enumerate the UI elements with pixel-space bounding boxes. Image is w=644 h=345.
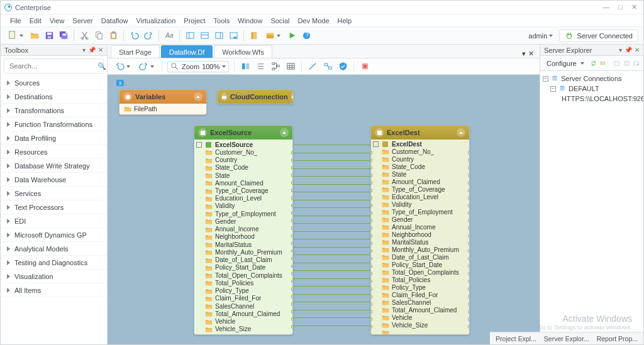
- node-exceldest[interactable]: ExcelDest ExcelDest Customer_No_CountryS…: [370, 125, 470, 335]
- field-row[interactable]: Vehicle: [196, 317, 291, 325]
- book-button[interactable]: [248, 30, 260, 41]
- field-row[interactable]: Policy_Type: [196, 287, 291, 294]
- menu-project[interactable]: Project: [180, 16, 208, 26]
- layout1-button[interactable]: [184, 30, 196, 41]
- toolbox-category-microsoft-dynamics-gp[interactable]: Microsoft Dynamics GP: [1, 228, 107, 242]
- field-row[interactable]: Validity: [196, 202, 291, 210]
- cut-button[interactable]: [79, 30, 90, 41]
- layout4-button[interactable]: [228, 30, 239, 41]
- panel-dropdown-icon[interactable]: ▾: [82, 47, 86, 53]
- pane1-icon[interactable]: [614, 59, 620, 68]
- toolbox-search[interactable]: 🔍: [4, 58, 104, 74]
- menu-tools[interactable]: Tools: [211, 16, 233, 26]
- field-row[interactable]: Gender: [196, 217, 291, 225]
- toolbox-category-services[interactable]: Services: [1, 187, 107, 200]
- field-row[interactable]: Education_Level: [196, 195, 291, 202]
- node-cloudconnection[interactable]: CloudConnection: [217, 89, 294, 104]
- field-row[interactable]: Education_Level: [373, 193, 467, 200]
- node-variables[interactable]: Variables FilePath: [119, 89, 207, 115]
- refresh-icon[interactable]: [591, 59, 597, 68]
- grid-mode-button[interactable]: [285, 61, 296, 72]
- field-row[interactable]: State_Code: [196, 164, 291, 172]
- field-row[interactable]: Total_Open_Complaints: [373, 268, 467, 276]
- field-row[interactable]: Amount_Claimed: [373, 178, 467, 185]
- new-doc-button[interactable]: [6, 30, 26, 41]
- toolbox-category-analytical-models[interactable]: Analytical Models: [1, 242, 107, 256]
- menu-dataflow[interactable]: Dataflow: [98, 16, 131, 26]
- menu-dev-mode[interactable]: Dev Mode: [294, 16, 332, 26]
- field-row[interactable]: State: [373, 170, 467, 178]
- menu-server[interactable]: Server: [69, 16, 96, 26]
- status-tab[interactable]: Server Explor...: [541, 334, 592, 344]
- field-row[interactable]: Type_of_Coverage: [373, 185, 467, 193]
- toolbox-category-function-transformations[interactable]: Function Transformations: [1, 118, 107, 131]
- document-tab[interactable]: Workflow.Wfs: [214, 45, 272, 58]
- field-row[interactable]: Total_Open_Complaints: [196, 271, 291, 279]
- layout2-button[interactable]: [199, 30, 210, 41]
- redo-history-button[interactable]: [136, 61, 157, 72]
- window-close-button[interactable]: ✕: [631, 3, 637, 11]
- node-collapse-icon[interactable]: [280, 128, 289, 137]
- panel-dropdown-icon[interactable]: ▾: [619, 47, 622, 53]
- window-minimize-button[interactable]: —: [602, 3, 609, 11]
- field-row[interactable]: Annual_Income: [196, 226, 291, 233]
- font-button[interactable]: Aa: [164, 30, 175, 41]
- field-row[interactable]: Total_Amount_Claimed: [196, 310, 291, 317]
- save-all-button[interactable]: [58, 30, 69, 41]
- field-row[interactable]: MaritalStatus: [196, 241, 291, 248]
- help-button[interactable]: ?: [301, 30, 312, 41]
- save-button[interactable]: [43, 30, 55, 41]
- toolbox-category-all-items[interactable]: All Items: [1, 283, 107, 297]
- field-row[interactable]: Country: [196, 156, 291, 163]
- field-row[interactable]: Date_of_Last_Claim: [373, 253, 467, 261]
- tree-default[interactable]: DEFAULT: [543, 84, 641, 94]
- menu-virtualization[interactable]: Virtualization: [133, 16, 179, 26]
- panel-pin-icon[interactable]: 📌: [625, 47, 632, 53]
- open-folder-button[interactable]: [29, 30, 40, 41]
- field-row[interactable]: Vehicle: [373, 314, 467, 321]
- toolbox-category-visualization[interactable]: Visualization: [1, 270, 107, 283]
- tabstrip-dropdown-icon[interactable]: ▾: [522, 50, 526, 58]
- node-collapse-icon[interactable]: [291, 92, 294, 101]
- node-excelsource[interactable]: ExcelSource ExcelSource Customer_No_Coun…: [194, 125, 293, 335]
- layout3-button[interactable]: [213, 30, 225, 41]
- server-add-icon[interactable]: [600, 59, 606, 68]
- copy-button[interactable]: [93, 30, 104, 41]
- field-row[interactable]: Total_Policies: [373, 276, 467, 283]
- menu-edit[interactable]: Edit: [26, 16, 45, 26]
- toolbox-category-destinations[interactable]: Destinations: [1, 90, 107, 104]
- tabstrip-close-icon[interactable]: ✕: [528, 50, 534, 58]
- field-row[interactable]: Annual_Income: [373, 223, 467, 231]
- document-tab[interactable]: Dataflow.Df: [161, 45, 213, 58]
- field-row[interactable]: Policy_Type: [373, 283, 467, 291]
- field-row[interactable]: Validity: [373, 200, 467, 208]
- toolbox-category-data-warehouse[interactable]: Data Warehouse: [1, 173, 107, 187]
- field-row[interactable]: Total_Policies: [196, 279, 291, 287]
- node-collapse-icon[interactable]: [457, 128, 465, 137]
- pane2-icon[interactable]: [624, 59, 630, 68]
- window-maximize-button[interactable]: □: [618, 3, 623, 11]
- field-row[interactable]: Vehicle_Size: [196, 326, 291, 333]
- field-row[interactable]: Type_of_Employment: [196, 210, 291, 217]
- field-row[interactable]: Neighborhood: [196, 233, 291, 241]
- menu-help[interactable]: Help: [335, 16, 355, 26]
- status-tab[interactable]: Report Prop...: [594, 334, 641, 344]
- field-row[interactable]: Customer_No_: [373, 148, 467, 155]
- field-row[interactable]: Claim_Filed_For: [373, 291, 467, 298]
- field-row[interactable]: Amount_Claimed: [196, 179, 291, 187]
- tree-mode-button[interactable]: [270, 61, 281, 72]
- field-row[interactable]: MaritalStatus: [373, 238, 467, 246]
- panel-close-icon[interactable]: ✕: [635, 47, 640, 53]
- run-button[interactable]: [286, 30, 297, 41]
- field-row[interactable]: Policy_Start_Date: [196, 264, 291, 271]
- verify-button[interactable]: [337, 61, 348, 72]
- field-row[interactable]: SalesChannel: [196, 302, 291, 310]
- field-row[interactable]: Type_of_Coverage: [196, 187, 291, 194]
- expand-icon[interactable]: [550, 86, 556, 92]
- toolbox-category-sources[interactable]: Sources: [1, 76, 107, 90]
- undo-button[interactable]: [128, 30, 140, 41]
- list-mode-button[interactable]: [255, 61, 266, 72]
- expand-icon[interactable]: [543, 76, 548, 82]
- redo-button[interactable]: [143, 30, 154, 41]
- field-row[interactable]: Vehicle_Size: [373, 321, 467, 329]
